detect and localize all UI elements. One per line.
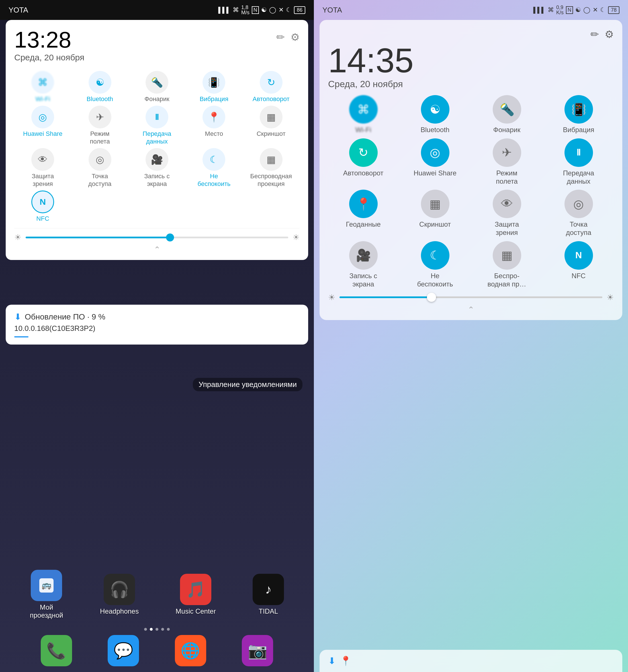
app-proezdnoy[interactable]: 🚌 Мой проездной (30, 570, 63, 619)
dock-camera[interactable]: 📷 (242, 635, 273, 666)
toggle-wifi-right[interactable]: ⌘ Wi-Fi (328, 95, 398, 134)
sr-circle-right: 🎥 (349, 241, 378, 270)
toggle-screenrec-left[interactable]: 🎥 Запись с экрана (129, 148, 185, 188)
toggle-ss-right[interactable]: ▦ Скриншот (400, 190, 470, 237)
toggle-data-left[interactable]: Ⅱ Передача данных (129, 106, 185, 145)
dock-messages[interactable]: 💬 (108, 635, 139, 666)
collapse-arrow-right[interactable]: ⌃ (328, 305, 614, 314)
settings-icon-left[interactable]: ⚙ (290, 31, 300, 43)
toggle-screenshot-left[interactable]: ▦ Скриншот (243, 106, 300, 145)
toggle-bt-right[interactable]: ☯ Bluetooth (400, 95, 470, 134)
toggle-airplane-left[interactable]: ✈ Режим полета (71, 106, 128, 145)
app-music-center[interactable]: 🎵 Music Center (176, 574, 216, 615)
moon-icon-right: ☾ (600, 6, 606, 14)
app-headphones-label: Headphones (100, 607, 139, 615)
toggle-dnd-right[interactable]: ☾ Не беспокоить (400, 241, 470, 288)
qs-time-right: 14:35 (328, 43, 614, 77)
toggle-hs-right[interactable]: ◎ Huawei Share (400, 138, 470, 186)
sr-toggle-label-left: Запись с экрана (144, 172, 169, 188)
dock-chrome[interactable]: 🌐 (175, 635, 206, 666)
toggle-sr-right[interactable]: 🎥 Запись с экрана (328, 241, 398, 288)
phone-right: YOTA ▌▌▌ ⌘ 0,9K/s N ☯ ◯ ✕ ☾ 78 ✏ ⚙ 14:35… (314, 0, 628, 672)
dnd-icon-left: ✕ (279, 6, 284, 14)
brightness-thumb-right[interactable] (427, 293, 436, 302)
toggle-nfc-right[interactable]: N NFC (543, 241, 614, 288)
dnd-toggle-label-left: Не беспокоить (197, 172, 231, 188)
carrier-left: YOTA (8, 6, 28, 15)
brightness-thumb-left[interactable] (166, 234, 174, 241)
loc-toggle-label-left: Место (205, 130, 223, 138)
nfc-circle-right: N (564, 241, 593, 270)
collapse-arrow-left[interactable]: ⌃ (14, 245, 300, 254)
toggle-flash-right[interactable]: 🔦 Фонарик (472, 95, 542, 134)
wifi-icon-right: ⌘ (548, 6, 554, 14)
brightness-fill-right (340, 296, 432, 298)
qs-date-left: Среда, 20 ноября (14, 53, 84, 62)
toggle-bluetooth-left[interactable]: ☯ Bluetooth (71, 71, 128, 103)
toggle-location-left[interactable]: 📍 Место (185, 106, 242, 145)
air-label-right: Режим полета (496, 169, 517, 186)
brightness-track-left[interactable] (26, 237, 288, 238)
toggle-rot-right[interactable]: ↻ Автоповорот (328, 138, 398, 186)
air-toggle-icon-left: ✈ (89, 106, 111, 128)
app-tidal-label: TIDAL (259, 607, 278, 615)
brightness-track-right[interactable] (340, 296, 602, 298)
status-icons-left: ▌▌▌ ⌘ 1,8M/s N ☯ ◯ ✕ ☾ 86 (218, 5, 305, 15)
app-headphones[interactable]: 🎧 Headphones (100, 574, 139, 615)
alarm-icon-left: ◯ (269, 6, 276, 14)
battery-left: 86 (294, 6, 305, 14)
dnd-toggle-icon-left: ☾ (203, 148, 225, 171)
dock-left: 📞 💬 🌐 📷 (0, 635, 314, 666)
brightness-row-left: ☀ ☀ (14, 233, 300, 242)
edit-icon-left[interactable]: ✏ (276, 31, 285, 43)
dock-phone[interactable]: 📞 (41, 635, 72, 666)
toggle-wp-right[interactable]: ▦ Беспро- водная пр… (472, 241, 542, 288)
dot-4 (161, 628, 164, 631)
toggle-hotspot-left[interactable]: ◎ Точка доступа (71, 148, 128, 188)
toggle-autorotate-left[interactable]: ↻ Автоповорот (243, 71, 300, 103)
ss-toggle-icon-left: ▦ (260, 106, 282, 128)
settings-icon-right[interactable]: ⚙ (605, 28, 614, 41)
wp-toggle-icon-left: ▦ (260, 148, 282, 171)
toggle-flashlight-left[interactable]: 🔦 Фонарик (129, 71, 185, 103)
sr-label-right: Запись с экрана (349, 272, 377, 288)
geo-label-right: Геоданные (346, 220, 380, 229)
hot-circle-right: ◎ (564, 190, 593, 218)
toggle-nfc-left[interactable]: N NFC (14, 191, 71, 222)
toggle-hot-right[interactable]: ◎ Точка доступа (543, 190, 614, 237)
toggle-eye-left[interactable]: 👁 Защита зрения (14, 148, 71, 188)
brightness-row-right: ☀ ☀ (328, 293, 614, 302)
hs-toggle-icon-left: ◎ (31, 106, 54, 128)
ss-label-right: Скриншот (419, 220, 451, 229)
ss-circle-right: ▦ (421, 190, 449, 218)
notif-manage-text-left[interactable]: Управление уведомлениями (193, 378, 302, 391)
app-tidal[interactable]: ♪ TIDAL (253, 574, 284, 615)
toggle-geo-right[interactable]: 📍 Геоданные (328, 190, 398, 237)
toggle-dnd-left[interactable]: ☾ Не беспокоить (185, 148, 242, 188)
toggle-wifi-left[interactable]: ⌘ Wi-Fi (14, 71, 71, 103)
toggle-wproj-left[interactable]: ▦ Беспроводная проекция (243, 148, 300, 188)
toggles-grid-left: ⌘ Wi-Fi ☯ Bluetooth 🔦 Фонарик 📳 Вибрация… (14, 71, 300, 222)
toggle-air-right[interactable]: ✈ Режим полета (472, 138, 542, 186)
toggle-data-right[interactable]: Ⅱ Передача данных (543, 138, 614, 186)
toggle-hshare-left[interactable]: ◎ Huawei Share (14, 106, 71, 145)
toggle-eye-right[interactable]: 👁 Защита зрения (472, 190, 542, 237)
dot-1 (144, 628, 147, 631)
vib-toggle-label-left: Вибрация (200, 95, 228, 103)
divider-left (14, 228, 300, 229)
hs-circle-right: ◎ (421, 138, 449, 167)
qs-time-left: 13:28 (14, 28, 84, 51)
toggle-vibration-left[interactable]: 📳 Вибрация (185, 71, 242, 103)
rot-toggle-label-left: Автоповорот (253, 95, 289, 103)
toggle-vib-right[interactable]: 📳 Вибрация (543, 95, 614, 134)
wifi-icon-left: ⌘ (233, 6, 239, 14)
edit-icon-right[interactable]: ✏ (590, 28, 599, 41)
loc-toggle-icon-left: 📍 (203, 106, 225, 128)
eye-circle-right: 👁 (493, 190, 521, 218)
bottom-notif-right: ⬇ 📍 (320, 650, 622, 672)
moon-icon-left: ☾ (286, 6, 292, 14)
status-bar-left: YOTA ▌▌▌ ⌘ 1,8M/s N ☯ ◯ ✕ ☾ 86 (0, 0, 314, 20)
brightness-high-icon-right: ☀ (607, 293, 614, 302)
toggles-grid-right: ⌘ Wi-Fi ☯ Bluetooth 🔦 Фонарик 📳 Вибрация… (328, 95, 614, 288)
notif-download-icon-left: ⬇ (14, 312, 21, 322)
